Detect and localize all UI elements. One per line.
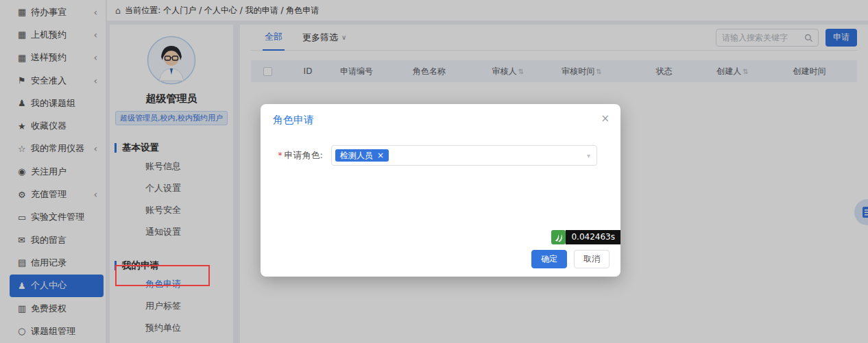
- apply-role-field: *申请角色: 检测人员 × ▾: [261, 145, 620, 166]
- tag-remove-icon[interactable]: ×: [377, 151, 384, 160]
- role-application-dialog: 角色申请 × *申请角色: 检测人员 × ▾ 0.042463s 确定 取消: [261, 104, 620, 277]
- debug-timer-badge: 0.042463s: [551, 230, 620, 244]
- response-time-label: 0.042463s: [566, 230, 620, 244]
- field-label: *申请角色:: [261, 149, 331, 162]
- performance-logo-icon: [551, 230, 566, 244]
- selected-role-label: 检测人员: [340, 151, 373, 160]
- confirm-button[interactable]: 确定: [531, 250, 567, 268]
- select-dropdown-icon: ▾: [587, 152, 590, 160]
- dialog-title: 角色申请: [273, 114, 314, 127]
- close-icon[interactable]: ×: [601, 112, 610, 125]
- dialog-footer: 确定 取消: [531, 250, 610, 268]
- role-select[interactable]: 检测人员 × ▾: [331, 145, 597, 166]
- selected-role-tag: 检测人员 ×: [335, 149, 389, 162]
- required-mark: *: [278, 151, 282, 160]
- cancel-button[interactable]: 取消: [574, 250, 610, 268]
